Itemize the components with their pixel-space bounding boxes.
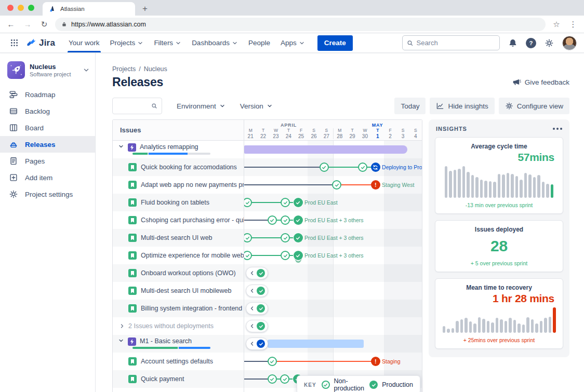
week-gridline xyxy=(333,282,334,300)
deployment-marker-outline[interactable] xyxy=(320,163,329,172)
deployment-marker-outline[interactable] xyxy=(281,233,290,242)
jira-logo[interactable]: Jira xyxy=(26,37,55,48)
deployment-marker-outline[interactable] xyxy=(281,198,290,207)
production-marker-icon xyxy=(369,381,378,389)
deployment-marker-deploy[interactable] xyxy=(371,163,380,172)
chevron-down-icon[interactable] xyxy=(118,337,124,344)
issue-cell[interactable]: Adapt web app no new payments provi xyxy=(113,176,244,194)
sidebar-item-releases[interactable]: Releases xyxy=(0,136,95,153)
nav-item-projects[interactable]: Projects xyxy=(105,33,149,52)
shaded-band xyxy=(308,282,333,300)
deployment-marker-outline[interactable] xyxy=(268,357,277,366)
breadcrumb-projects[interactable]: Projects xyxy=(112,65,136,73)
window-close-button[interactable] xyxy=(7,5,14,11)
filter-search-input[interactable] xyxy=(112,98,162,114)
chevron-down-icon[interactable] xyxy=(83,66,90,74)
collapsed-deployments-pill[interactable] xyxy=(246,320,268,332)
chevron-right-icon[interactable] xyxy=(119,323,125,329)
nav-item-dashboards[interactable]: Dashboards xyxy=(187,33,243,52)
timeline-bar[interactable] xyxy=(268,340,363,348)
project-header[interactable]: Nucleus Software project xyxy=(0,59,95,86)
filter-search-field[interactable] xyxy=(117,102,151,110)
browser-tab[interactable]: Atlassian xyxy=(43,2,135,16)
deployment-marker-outline[interactable] xyxy=(268,215,277,225)
timeline-bar[interactable] xyxy=(244,145,407,154)
month-label-may: MAY xyxy=(372,123,383,128)
sidebar-item-roadmap[interactable]: Roadmap xyxy=(0,86,95,103)
deployment-marker-outline[interactable] xyxy=(332,180,341,190)
deployment-marker-outline[interactable] xyxy=(244,251,252,260)
create-button[interactable]: Create xyxy=(317,35,353,51)
breadcrumb-nucleus[interactable]: Nucleus xyxy=(144,65,167,73)
sidebar-item-project-settings[interactable]: Project settings xyxy=(0,186,95,202)
browser-menu-icon[interactable]: ⋮ xyxy=(567,19,579,30)
deployment-marker-outline[interactable] xyxy=(358,163,367,172)
notifications-bell-icon[interactable] xyxy=(508,38,517,48)
sidebar-item-add-item[interactable]: Add item xyxy=(0,169,95,186)
today-button[interactable]: Today xyxy=(394,98,426,114)
collapsed-deployments-pill[interactable] xyxy=(246,285,268,297)
issue-cell[interactable]: Optimize experience for mobile web xyxy=(113,247,244,264)
issue-cell[interactable]: Fluid booking on tablets xyxy=(113,194,244,211)
sidebar-item-backlog[interactable]: Backlog xyxy=(0,103,95,119)
issue-cell[interactable]: 2 Issues without deployments xyxy=(113,317,244,335)
settings-gear-icon[interactable] xyxy=(545,38,554,48)
environment-filter-dropdown[interactable]: Environment xyxy=(177,102,225,110)
issue-cell[interactable]: Cshoping cart purchasing error - quick xyxy=(113,211,244,229)
deployment-marker-alert[interactable]: ! xyxy=(371,180,380,190)
issue-cell[interactable]: Fast trip search xyxy=(113,388,244,392)
hide-insights-button[interactable]: Hide insights xyxy=(430,98,494,114)
nav-item-apps[interactable]: Apps xyxy=(275,33,310,52)
nav-item-filters[interactable]: Filters xyxy=(149,33,187,52)
day-column-T1: T1 xyxy=(371,128,384,139)
deployment-marker-alert[interactable]: ! xyxy=(371,357,380,366)
window-minimize-button[interactable] xyxy=(18,5,24,11)
issue-cell[interactable]: Account settings defaults xyxy=(113,353,244,370)
collapsed-deployments-pill[interactable] xyxy=(246,302,268,315)
issue-cell[interactable]: Billing system integration - frontend xyxy=(113,300,244,317)
lock-icon xyxy=(61,21,67,27)
issue-cell[interactable]: Analytics remapping xyxy=(113,141,244,158)
sidebar-item-board[interactable]: Board xyxy=(0,119,95,136)
help-icon[interactable]: ? xyxy=(526,38,536,48)
insights-menu-icon[interactable] xyxy=(553,128,562,130)
issue-cell[interactable]: M1 - Basic search xyxy=(113,335,244,353)
deployment-marker-filled[interactable] xyxy=(294,215,303,225)
deployment-marker-outline[interactable] xyxy=(281,215,290,225)
issue-cell[interactable]: Quick booking for accomodations xyxy=(113,158,244,176)
global-search-input[interactable] xyxy=(416,39,495,47)
issue-cell[interactable]: Multi-dest search UI mobileweb xyxy=(113,282,244,300)
deployment-marker-stack[interactable] xyxy=(294,251,303,260)
user-avatar[interactable] xyxy=(562,36,577,50)
window-zoom-button[interactable] xyxy=(28,5,34,11)
bookmark-star-icon[interactable]: ☆ xyxy=(551,19,562,30)
deployment-marker-outline[interactable] xyxy=(281,251,290,260)
collapsed-deployments-pill[interactable] xyxy=(246,337,268,350)
issue-cell[interactable]: Quick payment xyxy=(113,370,244,388)
new-tab-button[interactable]: + xyxy=(138,2,152,16)
deployment-marker-outline[interactable] xyxy=(244,233,252,242)
collapsed-deployments-pill[interactable] xyxy=(246,267,268,279)
give-feedback-button[interactable]: Give feedback xyxy=(512,78,569,87)
deployment-marker-outline[interactable] xyxy=(244,198,252,207)
forward-button[interactable]: → xyxy=(22,19,33,30)
back-button[interactable]: ← xyxy=(5,19,17,30)
chevron-down-icon[interactable] xyxy=(118,143,124,150)
configure-view-button[interactable]: Configure view xyxy=(499,98,569,114)
issue-cell[interactable]: Multi-dest search UI web xyxy=(113,229,244,247)
global-search[interactable] xyxy=(402,35,500,50)
deployment-marker-filled[interactable] xyxy=(294,198,303,207)
insight-bar xyxy=(458,169,461,198)
issue-cell[interactable]: Onboard workout options (OWO) xyxy=(113,264,244,282)
deployment-marker-outline[interactable] xyxy=(280,374,289,384)
address-bar[interactable]: https://www.atlassian.com xyxy=(55,18,546,31)
nav-item-people[interactable]: People xyxy=(243,33,275,52)
deployment-marker-outline[interactable] xyxy=(268,374,277,384)
reload-button[interactable]: ↻ xyxy=(38,19,50,30)
sidebar-item-pages[interactable]: Pages xyxy=(0,153,95,169)
nav-item-your-work[interactable]: Your work xyxy=(63,33,105,52)
version-filter-dropdown[interactable]: Version xyxy=(240,102,273,110)
nav-item-label: Projects xyxy=(110,39,136,47)
app-switcher-icon[interactable] xyxy=(7,36,21,50)
deployment-marker-filled[interactable] xyxy=(294,233,303,242)
